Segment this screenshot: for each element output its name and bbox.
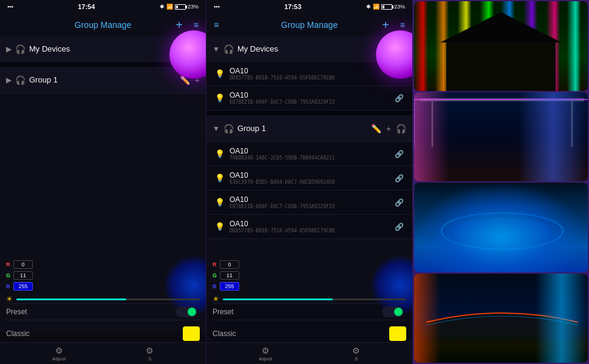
nav-bar-right: ≡ Group Manage + ≡ bbox=[206, 13, 412, 36]
b-value-left[interactable]: 255 bbox=[13, 282, 33, 291]
g-device-mac-1: 7AB00340-1A0C-2C85-59DB-7B804ACA0211 bbox=[230, 155, 395, 161]
group-icon-left: 🎧 bbox=[15, 75, 26, 85]
b-label-right: B bbox=[213, 283, 217, 289]
s-label-right: S bbox=[355, 356, 358, 362]
preset-row-right: Preset bbox=[213, 303, 406, 320]
nav-title-left: Group Manage bbox=[75, 20, 131, 30]
photo-house bbox=[414, 1, 588, 91]
svg-rect-0 bbox=[420, 98, 584, 101]
g-link-4[interactable]: 🔗 bbox=[395, 223, 404, 231]
b-value-right[interactable]: 255 bbox=[220, 282, 239, 291]
bluetooth-icon-left: ✱ bbox=[160, 4, 165, 10]
devices-icon-left: 🎧 bbox=[15, 44, 26, 54]
g-device-mac-4: DD857785-B01B-7516-A594-85FD8EC79CB0 bbox=[230, 228, 395, 234]
g-link-1[interactable]: 🔗 bbox=[395, 150, 404, 158]
tab-s-left[interactable]: ⚙ S bbox=[146, 346, 154, 362]
tab-s-right[interactable]: ⚙ S bbox=[352, 346, 360, 362]
group-head-right[interactable]: 🎧 bbox=[396, 124, 406, 133]
wifi-icon-right: 📶 bbox=[373, 4, 380, 10]
preset-toggle-right[interactable] bbox=[382, 306, 404, 317]
nav-menu-left[interactable]: ≡ bbox=[194, 20, 199, 30]
nav-menu-icon-right[interactable]: ≡ bbox=[214, 20, 219, 30]
nav-add-left[interactable]: + bbox=[175, 18, 183, 32]
rgb-controls-left: R 0 G 11 B 255 bbox=[6, 260, 33, 291]
chevron-group-left: ▶ bbox=[6, 76, 12, 84]
nav-title-right: Group Manage bbox=[281, 20, 338, 30]
g-device-name-3: OA10 bbox=[230, 195, 395, 204]
group-device-item-2[interactable]: 💡 OA10 636C3970-B5D5-B494-D0C7-08CB59692… bbox=[206, 166, 412, 190]
group1-label-right: Group 1 bbox=[237, 124, 366, 133]
signal-left: ▪▪▪ bbox=[7, 4, 13, 10]
nav-bar-left: Group Manage + ≡ bbox=[0, 13, 206, 36]
svg-point-6 bbox=[441, 213, 563, 249]
battery-right bbox=[381, 4, 392, 10]
s-icon-right: ⚙ bbox=[352, 346, 360, 356]
g-device-mac-3: E878E21B-666F-DAC7-C68B-7953A8320F23 bbox=[230, 204, 395, 209]
g-link-3[interactable]: 🔗 bbox=[395, 198, 404, 207]
group-device-item-3[interactable]: 💡 OA10 E878E21B-666F-DAC7-C68B-7953A8320… bbox=[206, 190, 412, 215]
r-label-left: R bbox=[6, 261, 11, 268]
r-label-right: R bbox=[213, 261, 217, 268]
photo-yacht bbox=[414, 274, 588, 363]
brightness-left: ☀ bbox=[6, 295, 200, 303]
preset-label-left: Preset bbox=[6, 308, 175, 316]
time-right: 17:53 bbox=[284, 3, 301, 10]
g-label-right: G bbox=[213, 272, 217, 278]
classic-label-right: Classic bbox=[213, 329, 389, 338]
rgb-g-row-right: G 11 bbox=[213, 271, 239, 280]
classic-label-left: Classic bbox=[6, 329, 183, 338]
preset-toggle-left[interactable] bbox=[175, 306, 197, 317]
group1-header-right[interactable]: ▼ 🎧 Group 1 ✏️ + 🎧 bbox=[206, 115, 412, 142]
brightness-track-right[interactable] bbox=[223, 298, 406, 300]
bluetooth-icon-right: ✱ bbox=[366, 4, 371, 10]
right-phone: ▪▪▪ 17:53 ✱ 📶 23% ≡ Group Manage + ≡ bbox=[206, 0, 413, 364]
rgb-r-row-right: R 0 bbox=[213, 260, 239, 269]
rgb-controls-right: R 0 G 11 B 255 bbox=[213, 260, 239, 291]
battery-pct-right: 23% bbox=[394, 4, 405, 10]
edit-btn-right[interactable]: ✏️ bbox=[371, 124, 381, 133]
brightness-track-left[interactable] bbox=[16, 298, 200, 300]
rgb-b-row-right: B 255 bbox=[213, 281, 239, 291]
nav-add-right[interactable]: + bbox=[382, 18, 389, 32]
g-device-name-4: OA10 bbox=[230, 220, 395, 228]
rgb-b-row-left: B 255 bbox=[6, 281, 33, 291]
status-bar-left: ▪▪▪ 17:54 ✱ 📶 23% bbox=[0, 0, 206, 13]
tab-adjust-right[interactable]: ⚙ Adjust bbox=[259, 346, 272, 362]
classic-color-right[interactable] bbox=[389, 326, 406, 341]
r-value-right[interactable]: 0 bbox=[220, 260, 239, 269]
left-phone: ▪▪▪ 17:54 ✱ 📶 23% Group Manage + ≡ bbox=[0, 0, 206, 364]
device-mac-2: E878E21B-666F-DAC7-C68B-7953A8320F23 bbox=[230, 99, 395, 105]
chevron-group-right: ▼ bbox=[213, 124, 220, 133]
g-value-right[interactable]: 11 bbox=[220, 271, 239, 280]
group-device-item-1[interactable]: 💡 OA10 7AB00340-1A0C-2C85-59DB-7B804ACA0… bbox=[206, 142, 412, 166]
device-item-2[interactable]: 💡 OA10 E878E21B-666F-DAC7-C68B-7953A8320… bbox=[206, 86, 412, 110]
g-bulb-2: 💡 bbox=[215, 174, 225, 183]
g-value-left[interactable]: 11 bbox=[13, 271, 33, 280]
r-value-left[interactable]: 0 bbox=[13, 260, 33, 269]
g-bulb-1: 💡 bbox=[215, 149, 225, 158]
adjust-label-right: Adjust bbox=[259, 356, 272, 362]
add-btn-right[interactable]: + bbox=[386, 124, 391, 133]
group-device-item-4[interactable]: 💡 OA10 DD857785-B01B-7516-A594-85FD8EC79… bbox=[206, 215, 412, 239]
pergola-svg bbox=[414, 92, 588, 182]
tab-bar-right: ⚙ Adjust ⚙ S bbox=[206, 342, 412, 364]
brightness-icon-right: ☀ bbox=[213, 295, 219, 303]
device-name-1: OA10 bbox=[230, 67, 395, 75]
preset-row-left: Preset bbox=[6, 303, 200, 320]
g-bulb-3: 💡 bbox=[215, 198, 225, 207]
adjust-icon-right: ⚙ bbox=[262, 346, 270, 356]
preset-label-right: Preset bbox=[213, 308, 382, 316]
group1-device-list-right: 💡 OA10 7AB00340-1A0C-2C85-59DB-7B804ACA0… bbox=[206, 142, 412, 239]
g-device-name-2: OA10 bbox=[230, 171, 395, 180]
device-info-1: OA10 DD857785-B01B-7516-A594-85FD8EC79CB… bbox=[230, 67, 395, 81]
g-device-info-3: OA10 E878E21B-666F-DAC7-C68B-7953A8320F2… bbox=[230, 195, 395, 209]
status-bar-right: ▪▪▪ 17:53 ✱ 📶 23% bbox=[206, 0, 412, 13]
chevron-right-left: ▶ bbox=[6, 45, 12, 53]
tab-adjust-left[interactable]: ⚙ Adjust bbox=[52, 346, 66, 362]
chevron-down-right: ▼ bbox=[213, 45, 220, 53]
classic-color-left[interactable] bbox=[183, 326, 200, 341]
device-info-2: OA10 E878E21B-666F-DAC7-C68B-7953A8320F2… bbox=[230, 91, 395, 105]
nav-hamburger-right[interactable]: ≡ bbox=[400, 20, 405, 30]
link-icon-2[interactable]: 🔗 bbox=[395, 94, 404, 103]
g-link-2[interactable]: 🔗 bbox=[395, 174, 404, 183]
